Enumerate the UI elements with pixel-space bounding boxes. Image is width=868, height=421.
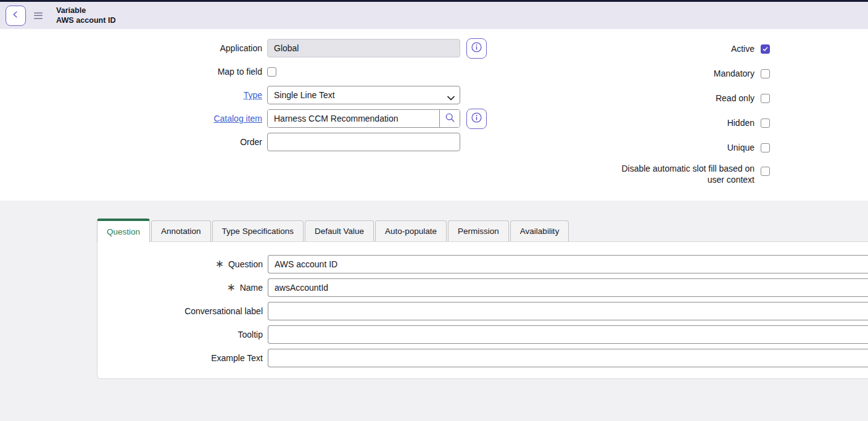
info-icon: [471, 42, 482, 54]
tooltip-label: Tooltip: [97, 330, 268, 340]
name-label: ∗ Name: [97, 283, 268, 293]
catalog-item-search-button[interactable]: [439, 110, 460, 127]
record-form: Application Map to field Type Single Lin…: [0, 29, 868, 201]
read-only-row: Read only: [603, 89, 770, 107]
mandatory-checkbox[interactable]: [761, 69, 770, 78]
tab-auto-populate[interactable]: Auto-populate: [375, 220, 447, 241]
required-icon: ∗: [226, 285, 235, 291]
active-checkbox[interactable]: [761, 44, 770, 54]
record-header: Variable AWS account ID: [0, 2, 868, 29]
name-input[interactable]: [268, 278, 868, 297]
hidden-checkbox[interactable]: [761, 119, 770, 128]
tab-question[interactable]: Question: [97, 219, 150, 242]
catalog-item-lookup: [267, 109, 460, 128]
disable-slot-fill-row: Disable automatic slot fill based on use…: [603, 163, 770, 185]
order-label: Order: [0, 137, 267, 147]
example-text-input[interactable]: [268, 349, 868, 367]
variable-record-page: Variable AWS account ID Application Map …: [0, 0, 868, 421]
order-input[interactable]: [267, 133, 460, 151]
active-label: Active: [603, 44, 754, 54]
question-input[interactable]: [268, 255, 868, 273]
hamburger-menu-icon[interactable]: [34, 12, 43, 19]
tab-type-specifications[interactable]: Type Specifications: [212, 220, 304, 241]
hidden-label: Hidden: [603, 118, 754, 128]
tab-default-value[interactable]: Default Value: [305, 220, 374, 241]
name-row: ∗ Name: [97, 278, 868, 297]
mandatory-label: Mandatory: [603, 69, 754, 78]
info-icon: [471, 112, 482, 125]
catalog-item-info-button[interactable]: [466, 109, 487, 129]
back-button[interactable]: [6, 6, 26, 26]
disable-slot-fill-checkbox[interactable]: [761, 167, 770, 176]
search-icon: [445, 112, 455, 125]
tooltip-row: Tooltip: [97, 325, 868, 344]
question-tab-panel: ∗ Question ∗ Name Conversational label: [97, 241, 868, 379]
tooltip-input[interactable]: [268, 325, 868, 344]
unique-row: Unique: [603, 138, 770, 157]
conversational-label-input[interactable]: [268, 302, 868, 320]
example-text-row: Example Text: [97, 349, 868, 367]
map-to-field-label: Map to field: [0, 67, 267, 77]
application-info-button[interactable]: [466, 38, 487, 59]
record-type-label: Variable: [56, 6, 116, 15]
tab-annotation[interactable]: Annotation: [151, 220, 211, 241]
tab-availability[interactable]: Availability: [510, 220, 569, 241]
map-to-field-checkbox[interactable]: [267, 67, 276, 77]
disable-slot-fill-label: Disable automatic slot fill based on use…: [603, 163, 754, 185]
application-label: Application: [0, 43, 267, 53]
flag-checkbox-column: Active Mandatory Read only Hidden Unique: [603, 40, 770, 191]
mandatory-row: Mandatory: [603, 64, 770, 83]
record-title: AWS account ID: [56, 15, 116, 25]
chevron-left-icon: [11, 10, 20, 21]
unique-label: Unique: [603, 143, 754, 152]
tabbed-section: Question Annotation Type Specifications …: [0, 201, 868, 421]
question-row: ∗ Question: [97, 255, 868, 273]
tab-permission[interactable]: Permission: [448, 220, 509, 241]
question-label: ∗ Question: [97, 259, 268, 269]
application-input: [267, 39, 460, 57]
type-select-wrap: Single Line Text: [267, 86, 460, 104]
tab-strip: Question Annotation Type Specifications …: [97, 218, 868, 241]
active-row: Active: [603, 40, 770, 58]
type-label-link[interactable]: Type: [0, 90, 267, 100]
catalog-item-input[interactable]: [268, 110, 439, 127]
required-icon: ∗: [215, 261, 224, 267]
conversational-label-label: Conversational label: [97, 306, 268, 316]
record-title-block: Variable AWS account ID: [56, 6, 116, 25]
read-only-checkbox[interactable]: [761, 94, 770, 103]
example-text-label: Example Text: [97, 353, 268, 363]
unique-checkbox[interactable]: [761, 143, 770, 152]
read-only-label: Read only: [603, 93, 754, 103]
conversational-label-row: Conversational label: [97, 302, 868, 320]
catalog-item-label-link[interactable]: Catalog item: [0, 114, 267, 123]
hidden-row: Hidden: [603, 114, 770, 132]
type-select[interactable]: Single Line Text: [267, 86, 460, 104]
